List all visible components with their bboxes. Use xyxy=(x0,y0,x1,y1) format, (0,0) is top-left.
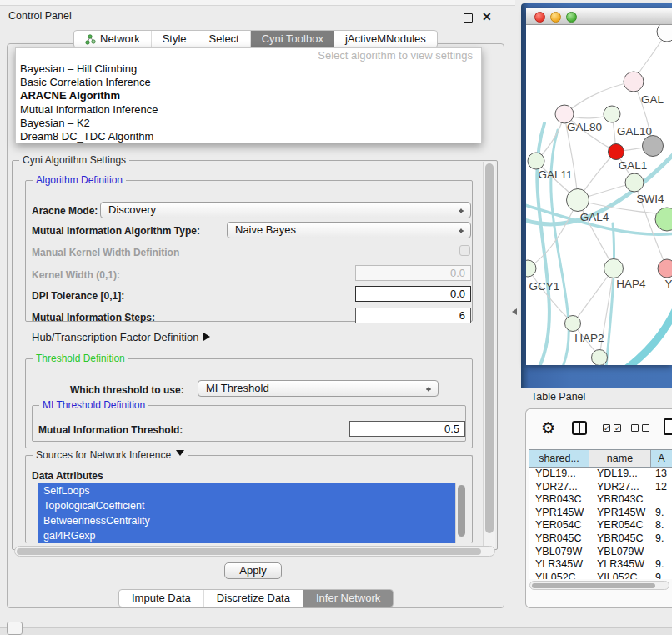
node-bright-green[interactable] xyxy=(655,208,672,231)
data-attributes-label: Data Attributes xyxy=(32,470,103,482)
list-item[interactable]: TopologicalCoefficient xyxy=(38,498,455,513)
table-row[interactable]: YBR045CYBR045C9. xyxy=(529,532,672,546)
table-row[interactable]: YDL19...YDL19...13 xyxy=(529,468,672,481)
dpi-tolerance-field[interactable]: 0.0 xyxy=(355,286,471,302)
mi-steps-field[interactable]: 6 xyxy=(355,308,471,323)
node-gray[interactable] xyxy=(643,136,664,157)
dropdown-item[interactable]: Basic Correlation Inference xyxy=(16,76,481,89)
list-item[interactable]: gal4RGexp xyxy=(38,528,455,543)
zoom-traffic-light-icon[interactable] xyxy=(566,12,577,22)
tab-network[interactable]: Network xyxy=(74,31,152,48)
list-item[interactable]: BetweennessCentrality xyxy=(38,513,455,528)
dropdown-item-aracne[interactable]: ARACNE Algorithm xyxy=(16,89,481,102)
which-threshold-value: MI Threshold xyxy=(206,382,269,394)
columns-icon[interactable] xyxy=(572,421,587,435)
network-view-frame: GAL GAL80 GAL10 GAL1 GAL11 SWI4 GAL4 GCY… xyxy=(521,3,672,388)
unchecked-checkbox-icon[interactable] xyxy=(642,424,649,432)
node-gal10[interactable] xyxy=(604,106,620,122)
checked-checkbox-icon[interactable]: ✓ xyxy=(614,424,621,432)
settings-hscroll-thumb[interactable] xyxy=(17,548,481,555)
table-row[interactable]: YDR27...YDR27...12 xyxy=(529,481,672,494)
kernel-width-field[interactable]: 0.0 xyxy=(355,265,471,281)
node-gcy1[interactable] xyxy=(526,260,536,277)
column-header-partial[interactable]: A xyxy=(651,450,672,467)
tab-infer-network[interactable]: Infer Network xyxy=(303,590,393,607)
node-gal4[interactable] xyxy=(567,189,589,212)
teal-edges xyxy=(526,123,672,365)
list-scrollbar-thumb[interactable] xyxy=(458,485,465,537)
table-row[interactable]: YER054CYER054C8. xyxy=(529,519,672,532)
node-gal1[interactable] xyxy=(625,173,644,192)
minimize-traffic-light-icon[interactable] xyxy=(550,12,561,22)
dropdown-item[interactable]: Mutual Information Inference xyxy=(16,103,481,117)
node-label: GAL1 xyxy=(619,159,648,172)
float-window-icon[interactable] xyxy=(464,13,473,22)
tab-jactivemnodules[interactable]: jActiveMNodules xyxy=(334,31,437,48)
dropdown-item[interactable]: Bayesian – Hill Climbing xyxy=(16,62,481,76)
tab-select[interactable]: Select xyxy=(198,31,251,48)
expanded-arrow-icon xyxy=(176,450,184,460)
tab-jactivemnodules-label: jActiveMNodules xyxy=(345,31,426,48)
list-scrollbar xyxy=(455,483,466,543)
manual-kernel-label: Manual Kernel Width Definition xyxy=(32,247,179,258)
node-partial-bottom[interactable] xyxy=(592,350,608,366)
unchecked-checkbox-icon[interactable] xyxy=(631,424,639,432)
table-row[interactable]: YBL079WYBL079W xyxy=(529,546,672,559)
control-panel-tabbar: Network Style Select Cyni Toolbox jActiv… xyxy=(73,30,438,48)
mi-threshold-field[interactable]: 0.5 xyxy=(349,421,465,437)
tab-cyni-toolbox[interactable]: Cyni Toolbox xyxy=(251,31,334,48)
node-gal-pink[interactable] xyxy=(624,72,644,92)
dropdown-item[interactable]: Bayesian – K2 xyxy=(16,117,481,130)
sources-legend-label: Sources for Network Inference xyxy=(36,449,171,461)
window-top-strip xyxy=(0,0,515,6)
cell: YER054C xyxy=(589,519,651,532)
network-canvas[interactable]: GAL GAL80 GAL10 GAL1 GAL11 SWI4 GAL4 GCY… xyxy=(526,25,672,365)
cell xyxy=(651,546,672,559)
column-header-name[interactable]: name xyxy=(589,450,651,467)
mi-type-combobox[interactable]: Naive Bayes xyxy=(227,222,471,238)
node-hap2[interactable] xyxy=(565,316,581,332)
checked-checkbox-icon[interactable]: ✓ xyxy=(603,424,610,432)
close-icon[interactable]: ✕ xyxy=(482,10,492,23)
aracne-mode-combobox[interactable]: Discovery xyxy=(100,202,471,218)
settings-vertical-scrollbar xyxy=(483,162,495,548)
cell: 9. xyxy=(651,507,672,520)
table-row[interactable]: YIL052CYIL052C9. xyxy=(529,572,672,579)
cell: YIL052C xyxy=(529,572,589,579)
node-label: GAL10 xyxy=(617,125,652,138)
network-window-titlebar[interactable] xyxy=(526,8,672,25)
manual-kernel-checkbox[interactable] xyxy=(459,245,470,256)
table-row[interactable]: YBR043CYBR043C xyxy=(529,493,672,507)
node-table: shared... name A YDL19...YDL19...13 YDR2… xyxy=(529,449,672,579)
dropdown-item[interactable]: Dream8 DC_TDC Algorithm xyxy=(16,130,481,143)
threshold-definition-legend: Threshold Definition xyxy=(33,352,128,364)
tab-style[interactable]: Style xyxy=(152,31,198,48)
apply-button[interactable]: Apply xyxy=(224,562,282,579)
node-gal11[interactable] xyxy=(528,152,544,169)
table-hscroll-thumb[interactable] xyxy=(532,583,655,589)
node-red-selected[interactable] xyxy=(609,144,624,160)
close-traffic-light-icon[interactable] xyxy=(534,12,545,22)
node-label: GAL xyxy=(641,93,664,106)
mi-threshold-legend: MI Threshold Definition xyxy=(39,399,148,411)
tab-impute-data[interactable]: Impute Data xyxy=(119,590,204,607)
table-row[interactable]: YLR345WYLR345W9. xyxy=(529,558,672,572)
cell: 9. xyxy=(651,558,672,572)
sources-legend[interactable]: Sources for Network Inference xyxy=(33,449,188,461)
node-hap4[interactable] xyxy=(604,259,624,278)
column-header-shared-name[interactable]: shared... xyxy=(529,450,589,467)
settings-vscroll-thumb[interactable] xyxy=(485,163,494,533)
node-partial-top[interactable] xyxy=(657,25,672,42)
node-salmon[interactable] xyxy=(658,259,672,278)
cell: 8. xyxy=(651,519,672,532)
document-icon[interactable] xyxy=(664,418,672,435)
algorithm-definition-legend: Algorithm Definition xyxy=(33,174,126,186)
which-threshold-combobox[interactable]: MI Threshold xyxy=(198,380,439,397)
hub-definition-toggle[interactable]: Hub/Transcription Factor Definition xyxy=(32,331,214,343)
list-item[interactable]: SelfLoops xyxy=(38,483,455,498)
bottom-corner-button[interactable] xyxy=(7,622,23,635)
table-row[interactable]: YPR145WYPR145W9. xyxy=(529,507,672,520)
tab-discretize-data[interactable]: Discretize Data xyxy=(204,590,303,607)
gear-icon[interactable]: ⚙ xyxy=(541,419,555,438)
settings-horizontal-scrollbar xyxy=(14,546,495,557)
